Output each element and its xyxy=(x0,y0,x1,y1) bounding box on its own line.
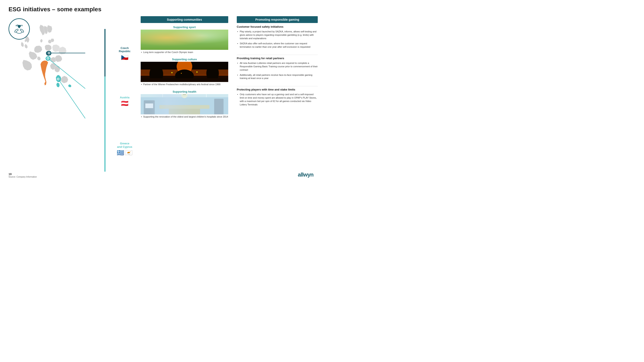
svg-rect-42 xyxy=(214,99,224,114)
svg-rect-38 xyxy=(169,109,200,114)
svg-point-16 xyxy=(185,30,197,47)
svg-line-18 xyxy=(159,32,162,36)
cyprus-flag: 🇨🇾 xyxy=(125,149,132,156)
responsible-gaming-header: Promoting responsible gaming xyxy=(237,16,318,23)
svg-point-14 xyxy=(160,30,172,48)
svg-line-19 xyxy=(170,32,172,36)
allwyn-logo-circle: allwyn xyxy=(8,18,30,40)
training-title: Providing training for retail partners xyxy=(237,57,318,60)
svg-point-39 xyxy=(181,94,188,98)
footer: 19 Source: Company Information allwyn xyxy=(8,171,314,178)
customer-safety-bullet-2: SAZKA also offer self-exclusion, where t… xyxy=(237,41,318,49)
country-czech: CzechRepublic 🇨🇿 xyxy=(111,46,138,61)
svg-rect-37 xyxy=(160,105,210,109)
svg-rect-11 xyxy=(141,29,228,50)
sport-bullet: Long term supporter of the Czech Olympic… xyxy=(141,50,228,55)
sport-subheader: Supporting sport xyxy=(141,25,228,29)
training-subsection: Providing training for retail partners A… xyxy=(237,57,318,81)
bar-section xyxy=(104,29,109,172)
svg-rect-31 xyxy=(141,94,228,114)
svg-rect-13 xyxy=(141,29,228,31)
czech-flag: 🇨🇿 xyxy=(121,54,128,61)
svg-point-17 xyxy=(198,30,209,46)
customer-safety-subsection: Customer focused safety initiatives Play… xyxy=(237,25,318,50)
divider-2 xyxy=(237,86,318,86)
customer-safety-bullet-1: Play wisely, a project launched by SAZKA… xyxy=(237,29,318,41)
allwyn-brand-footer: allwyn xyxy=(298,171,314,178)
culture-image xyxy=(141,62,228,82)
training-bullet-2: Additionally, all retail partners receiv… xyxy=(237,73,318,81)
sport-section: Supporting sport Long term suppo xyxy=(141,24,228,55)
health-subheader: Supporting health xyxy=(141,90,228,93)
svg-point-6 xyxy=(48,52,50,54)
supporting-communities-header: Supporting communities xyxy=(141,16,228,23)
map-section: allwyn xyxy=(4,16,102,178)
gap xyxy=(230,16,235,178)
health-section: Supporting health xyxy=(141,89,228,119)
culture-subheader: Supporting culture xyxy=(141,58,228,61)
svg-point-30 xyxy=(181,73,182,74)
countries-column: CzechRepublic 🇨🇿 Austria 🇦🇹 Greeceand Cy… xyxy=(111,16,138,178)
greece-label: Greeceand Cyprus xyxy=(117,142,132,148)
sport-image xyxy=(141,29,228,50)
greece-flags: 🇬🇷 🇨🇾 xyxy=(117,149,132,156)
svg-rect-41 xyxy=(144,100,155,114)
health-image xyxy=(141,94,228,114)
czech-label: CzechRepublic xyxy=(119,46,131,53)
austria-flag: 🇦🇹 xyxy=(121,100,128,107)
svg-rect-32 xyxy=(141,94,228,97)
page-number: 19 xyxy=(8,172,37,176)
main-layout: allwyn xyxy=(0,16,322,178)
svg-rect-12 xyxy=(141,45,228,50)
training-bullet-1: All new Austrian Lotteries retail partne… xyxy=(237,61,318,72)
country-austria: Austria 🇦🇹 xyxy=(111,96,138,107)
svg-rect-43 xyxy=(145,103,153,108)
country-greece: Greeceand Cyprus 🇬🇷 🇨🇾 xyxy=(111,142,138,156)
source-text: Source: Company Information xyxy=(8,176,37,178)
culture-bullet: Partner of the Wiener Festwochen multidi… xyxy=(141,82,228,87)
protecting-title: Protecting players with time and stake l… xyxy=(237,88,318,91)
responsible-gaming-section: Promoting responsible gaming Customer fo… xyxy=(237,16,318,178)
svg-point-28 xyxy=(171,72,172,73)
svg-point-8 xyxy=(47,58,48,59)
customer-safety-title: Customer focused safety initiatives xyxy=(237,25,318,28)
supporting-communities-column: Supporting communities Supporting sport xyxy=(141,16,228,178)
footer-left: 19 Source: Company Information xyxy=(8,172,37,178)
page-title: ESG initiatives – some examples xyxy=(0,0,322,16)
svg-rect-40 xyxy=(183,94,186,95)
protecting-subsection: Protecting players with time and stake l… xyxy=(237,88,318,108)
divider-1 xyxy=(237,55,318,55)
health-bullet: Supporting the renovation of the oldest … xyxy=(141,114,228,119)
svg-point-15 xyxy=(172,30,184,46)
svg-point-10 xyxy=(58,78,59,80)
svg-rect-27 xyxy=(141,78,228,82)
svg-point-29 xyxy=(196,71,198,73)
culture-section: Supporting culture xyxy=(141,56,228,87)
greece-flag: 🇬🇷 xyxy=(117,149,124,156)
protecting-bullet-1: Only customers who have set up a gaming … xyxy=(237,92,318,107)
austria-label: Austria xyxy=(120,96,130,99)
